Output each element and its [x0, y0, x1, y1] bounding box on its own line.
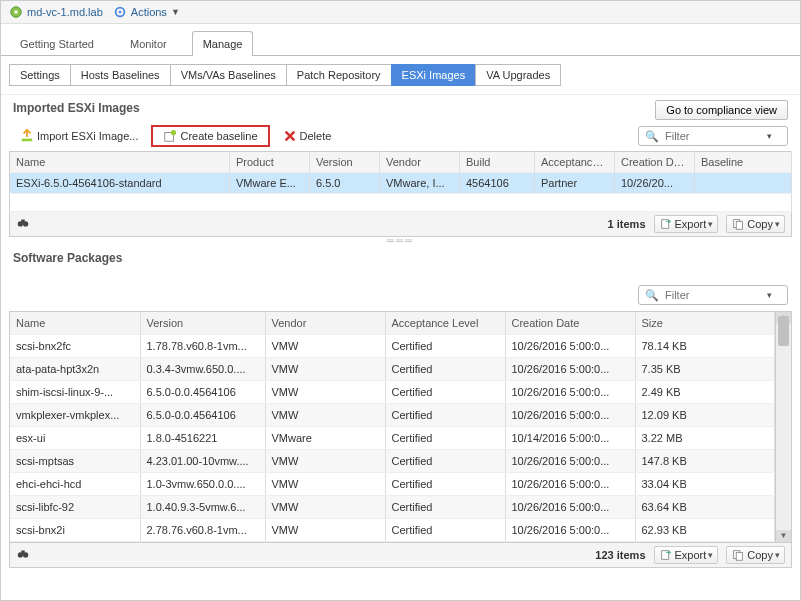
- copy-icon: [731, 217, 745, 231]
- cell-creation: 10/26/2016 5:00:0...: [505, 450, 635, 473]
- table-row[interactable]: scsi-bnx2i2.78.76.v60.8-1vm...VMWCertifi…: [10, 519, 775, 542]
- svg-rect-4: [22, 139, 33, 142]
- table-row[interactable]: scsi-mptsas4.23.01.00-10vmw....VMWCertif…: [10, 450, 775, 473]
- col-acceptance[interactable]: Acceptance ...: [535, 152, 615, 173]
- subtab-esxi-images[interactable]: ESXi Images: [391, 64, 477, 86]
- cell-vendor: VMW: [265, 450, 385, 473]
- subtab-settings[interactable]: Settings: [9, 64, 71, 86]
- cell-creation: 10/26/2016 5:00:0...: [505, 496, 635, 519]
- packages-item-count: 123 items: [595, 549, 645, 561]
- export-label: Export: [675, 218, 707, 230]
- subtab-hosts-baselines[interactable]: Hosts Baselines: [70, 64, 171, 86]
- svg-rect-14: [21, 551, 25, 555]
- tab-getting-started[interactable]: Getting Started: [9, 31, 105, 56]
- images-filter-input[interactable]: [663, 129, 763, 143]
- cell-acceptance: Certified: [385, 381, 505, 404]
- cell-name: scsi-bnx2fc: [10, 335, 140, 358]
- col-acceptance[interactable]: Acceptance Level: [385, 312, 505, 335]
- cell-vendor: VMware: [265, 427, 385, 450]
- subtab-va-upgrades[interactable]: VA Upgrades: [475, 64, 561, 86]
- col-build[interactable]: Build: [460, 152, 535, 173]
- packages-table-header: Name Version Vendor Acceptance Level Cre…: [10, 312, 775, 335]
- cell-name: scsi-libfc-92: [10, 496, 140, 519]
- cell-version: 1.0.40.9.3-5vmw.6...: [140, 496, 265, 519]
- table-row[interactable]: scsi-libfc-921.0.40.9.3-5vmw.6...VMWCert…: [10, 496, 775, 519]
- compliance-view-button[interactable]: Go to compliance view: [655, 100, 788, 120]
- cell-vendor: VMW: [265, 496, 385, 519]
- subtab-patch-repository[interactable]: Patch Repository: [286, 64, 392, 86]
- scroll-down-arrow[interactable]: ▼: [776, 530, 791, 542]
- import-icon: [20, 129, 34, 143]
- col-version[interactable]: Version: [310, 152, 380, 173]
- packages-filter-input[interactable]: [663, 288, 763, 302]
- cell-acceptance: Certified: [385, 519, 505, 542]
- packages-table-footer: 123 items Export ▾ Copy ▾: [9, 543, 792, 568]
- cell-version: 4.23.01.00-10vmw....: [140, 450, 265, 473]
- col-name[interactable]: Name: [10, 312, 140, 335]
- find-icon[interactable]: [16, 547, 30, 563]
- host-link[interactable]: md-vc-1.md.lab: [9, 5, 103, 19]
- packages-table-wrap: Name Version Vendor Acceptance Level Cre…: [9, 311, 792, 543]
- cell-vendor: VMW: [265, 358, 385, 381]
- create-baseline-button[interactable]: Create baseline: [151, 125, 269, 147]
- delete-button[interactable]: Delete: [276, 126, 339, 146]
- col-vendor[interactable]: Vendor: [380, 152, 460, 173]
- images-table: Name Product Version Vendor Build Accept…: [9, 151, 792, 212]
- cell-size: 7.35 KB: [635, 358, 775, 381]
- col-product[interactable]: Product: [230, 152, 310, 173]
- subtab-vms-vas-baselines[interactable]: VMs/VAs Baselines: [170, 64, 287, 86]
- table-row[interactable]: ESXi-6.5.0-4564106-standard VMware E... …: [10, 173, 792, 194]
- images-filter[interactable]: 🔍 ▾: [638, 126, 788, 146]
- svg-point-1: [14, 10, 18, 14]
- col-creation[interactable]: Creation Date: [505, 312, 635, 335]
- table-row[interactable]: ehci-ehci-hcd1.0-3vmw.650.0.0....VMWCert…: [10, 473, 775, 496]
- tab-monitor[interactable]: Monitor: [119, 31, 178, 56]
- main-tabs: Getting Started Monitor Manage: [1, 24, 800, 56]
- chevron-down-icon: ▾: [708, 550, 713, 560]
- export-icon: [659, 548, 673, 562]
- col-baseline[interactable]: Baseline: [695, 152, 792, 173]
- col-creation[interactable]: Creation Date: [615, 152, 695, 173]
- packages-section-heading: Software Packages: [1, 245, 800, 275]
- splitter-handle[interactable]: ═══: [1, 237, 800, 245]
- packages-filter[interactable]: 🔍 ▾: [638, 285, 788, 305]
- table-row[interactable]: shim-iscsi-linux-9-...6.5.0-0.0.4564106V…: [10, 381, 775, 404]
- actions-menu[interactable]: Actions ▼: [113, 5, 180, 19]
- gear-icon: [113, 5, 127, 19]
- cell-size: 12.09 KB: [635, 404, 775, 427]
- table-row[interactable]: ata-pata-hpt3x2n0.3.4-3vmw.650.0....VMWC…: [10, 358, 775, 381]
- packages-table: Name Version Vendor Acceptance Level Cre…: [10, 312, 775, 542]
- cell-size: 2.49 KB: [635, 381, 775, 404]
- cell-version: 0.3.4-3vmw.650.0....: [140, 358, 265, 381]
- col-size[interactable]: Size: [635, 312, 775, 335]
- col-vendor[interactable]: Vendor: [265, 312, 385, 335]
- find-icon[interactable]: [16, 216, 30, 232]
- cell-size: 62.93 KB: [635, 519, 775, 542]
- cell-creation: 10/26/2016 5:00:0...: [505, 519, 635, 542]
- cell-vendor: VMW: [265, 404, 385, 427]
- packages-scrollbar[interactable]: ▲ ▼: [775, 312, 791, 542]
- copy-button[interactable]: Copy ▾: [726, 546, 785, 564]
- table-row[interactable]: vmkplexer-vmkplex...6.5.0-0.0.4564106VMW…: [10, 404, 775, 427]
- table-row[interactable]: esx-ui1.8.0-4516221VMwareCertified10/14/…: [10, 427, 775, 450]
- chevron-down-icon[interactable]: ▾: [767, 290, 772, 300]
- cell-creation: 10/14/2016 5:00:0...: [505, 427, 635, 450]
- cell-acceptance: Certified: [385, 473, 505, 496]
- copy-button[interactable]: Copy ▾: [726, 215, 785, 233]
- chevron-down-icon[interactable]: ▾: [767, 131, 772, 141]
- copy-label: Copy: [747, 218, 773, 230]
- scroll-thumb[interactable]: [778, 316, 789, 346]
- delete-icon: [283, 129, 297, 143]
- tab-manage[interactable]: Manage: [192, 31, 254, 56]
- col-version[interactable]: Version: [140, 312, 265, 335]
- images-item-count: 1 items: [608, 218, 646, 230]
- cell-creation: 10/26/2016 5:00:0...: [505, 404, 635, 427]
- export-button[interactable]: Export ▾: [654, 546, 719, 564]
- import-esxi-image-button[interactable]: Import ESXi Image...: [13, 126, 145, 146]
- table-row[interactable]: scsi-bnx2fc1.78.78.v60.8-1vm...VMWCertif…: [10, 335, 775, 358]
- export-button[interactable]: Export ▾: [654, 215, 719, 233]
- col-name[interactable]: Name: [10, 152, 230, 173]
- cell-version: 6.5.0: [310, 173, 380, 194]
- cell-size: 63.64 KB: [635, 496, 775, 519]
- chevron-down-icon: ▾: [708, 219, 713, 229]
